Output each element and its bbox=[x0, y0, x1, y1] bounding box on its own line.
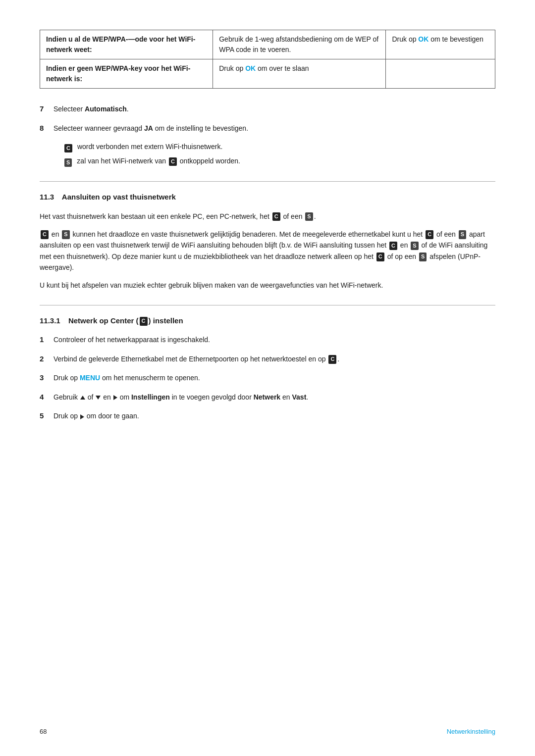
step-3: 3 Druk op MENU om het menuscherm te open… bbox=[40, 372, 495, 384]
automatisch-label: Automatisch bbox=[85, 105, 127, 113]
center-icon-4: C bbox=[41, 230, 49, 239]
bullet-s-text: zal van het WiFi-netwerk van C ontkoppel… bbox=[77, 156, 240, 166]
section-11-3-para1: Het vast thuisnetwerk kan bestaan uit ee… bbox=[40, 211, 495, 222]
step-2-number: 2 bbox=[40, 353, 54, 365]
step-3-number: 3 bbox=[40, 372, 54, 384]
table-row: Indien u al de WEP/WPA-—ode voor het WiF… bbox=[40, 30, 495, 59]
step-5-number: 5 bbox=[40, 410, 54, 422]
center-icon-2: C bbox=[169, 157, 177, 166]
arrow-down-icon bbox=[96, 396, 101, 400]
section-11-3-title: Aansluiten op vast thuisnetwerk bbox=[62, 193, 176, 201]
step-1-number: 1 bbox=[40, 334, 54, 346]
condition2-label: Indien er geen WEP/WPA-key voor het WiFi… bbox=[46, 64, 190, 83]
section-11-3-1-number: 11.3.1 bbox=[40, 316, 60, 325]
bullet-s-icon: S bbox=[63, 157, 73, 167]
step-5-content: Druk op om door te gaan. bbox=[54, 410, 495, 421]
table-cell-action2: Druk op OK om over te slaan bbox=[213, 59, 386, 89]
vast-label: Vast bbox=[292, 393, 307, 401]
steps-11-3-1: 1 Controleer of het netwerkapparaat is i… bbox=[40, 334, 495, 422]
step-3-content: Druk op MENU om het menuscherm te openen… bbox=[54, 372, 495, 383]
table-cell-result2 bbox=[386, 59, 495, 89]
step-4-number: 4 bbox=[40, 392, 54, 403]
step-4: 4 Gebruik of en om Instellingen in te vo… bbox=[40, 392, 495, 403]
center-icon-title: C bbox=[140, 317, 148, 325]
table-cell-action1: Gebruik de 1-weg afstandsbediening om de… bbox=[213, 30, 386, 59]
station-icon-6: S bbox=[419, 252, 427, 261]
station-icon-1: S bbox=[64, 158, 72, 167]
step-1-content: Controleer of het netwerkapparaat is ing… bbox=[54, 334, 495, 345]
table-cell-condition1: Indien u al de WEP/WPA-—ode voor het WiF… bbox=[40, 30, 213, 59]
page-number: 68 bbox=[40, 727, 47, 737]
section-11-3-1-heading: 11.3.1 Netwerk op Center (C) instellen bbox=[40, 315, 495, 327]
section-11-3-1-title: Netwerk op Center (C) instellen bbox=[68, 316, 183, 325]
step-8: 8 Selecteer wanneer gevraagd JA om de in… bbox=[40, 123, 495, 134]
center-icon-step2: C bbox=[328, 355, 336, 363]
wep-wpa-table: Indien u al de WEP/WPA-—ode voor het WiF… bbox=[40, 30, 495, 89]
condition1-label: Indien u al de WEP/WPA-—ode voor het WiF… bbox=[46, 35, 195, 53]
section-11-3-para3: U kunt bij het afspelen van muziek echte… bbox=[40, 280, 495, 291]
bullet-s: S zal van het WiFi-netwerk van C ontkopp… bbox=[54, 156, 495, 167]
netwerk-label: Netwerk bbox=[254, 393, 280, 401]
section-11-3-para2: C en S kunnen het draadloze en vaste thu… bbox=[40, 229, 495, 273]
bullet-c: C wordt verbonden met extern WiFi-thuisn… bbox=[54, 142, 495, 153]
station-icon-4: S bbox=[459, 230, 466, 239]
arrow-right-icon-2 bbox=[80, 414, 84, 419]
center-icon-3: C bbox=[272, 212, 280, 221]
step-2-content: Verbind de geleverde Ethernetkabel met d… bbox=[54, 353, 495, 364]
page-section-label: Netwerkinstelling bbox=[447, 727, 495, 737]
center-icon-5: C bbox=[426, 230, 433, 239]
step-7-number: 7 bbox=[40, 103, 54, 115]
ok-label-2: OK bbox=[245, 64, 256, 72]
ok-label-1: OK bbox=[418, 35, 428, 43]
section-11-3-number: 11.3 bbox=[40, 193, 54, 201]
step-7-content: Selecteer Automatisch. bbox=[54, 103, 495, 114]
station-icon-3: S bbox=[62, 230, 69, 239]
center-icon-7: C bbox=[376, 252, 384, 261]
page-content: Indien u al de WEP/WPA-—ode voor het WiF… bbox=[40, 30, 495, 422]
instellingen-label: Instellingen bbox=[131, 393, 170, 401]
station-icon-5: S bbox=[411, 242, 418, 250]
divider-2 bbox=[40, 305, 495, 305]
section-11-3-heading: 11.3 Aansluiten op vast thuisnetwerk bbox=[40, 192, 495, 203]
bullet-c-icon: C bbox=[63, 143, 73, 153]
step-4-content: Gebruik of en om Instellingen in te voeg… bbox=[54, 392, 495, 403]
menu-label: MENU bbox=[80, 374, 100, 382]
step-8-number: 8 bbox=[40, 123, 54, 134]
table-cell-condition2: Indien er geen WEP/WPA-key voor het WiFi… bbox=[40, 59, 213, 89]
center-icon-1: C bbox=[64, 144, 72, 152]
bullet-list: C wordt verbonden met extern WiFi-thuisn… bbox=[40, 142, 495, 167]
step-1: 1 Controleer of het netwerkapparaat is i… bbox=[40, 334, 495, 346]
step-6-table: Indien u al de WEP/WPA-—ode voor het WiF… bbox=[40, 30, 495, 89]
bullet-c-text: wordt verbonden met extern WiFi-thuisnet… bbox=[77, 142, 222, 152]
arrow-right-icon-1 bbox=[113, 395, 117, 400]
step-7: 7 Selecteer Automatisch. bbox=[40, 103, 495, 115]
arrow-up-icon bbox=[80, 396, 85, 400]
page-footer: 68 Netwerkinstelling bbox=[40, 727, 495, 737]
step-2: 2 Verbind de geleverde Ethernetkabel met… bbox=[40, 353, 495, 365]
step-5: 5 Druk op om door te gaan. bbox=[40, 410, 495, 422]
step-8-content: Selecteer wanneer gevraagd JA om de inst… bbox=[54, 123, 495, 134]
divider-1 bbox=[40, 181, 495, 182]
center-icon-6: C bbox=[389, 242, 397, 250]
ja-label: JA bbox=[144, 124, 153, 132]
table-cell-result1: Druk op OK om te bevestigen bbox=[386, 30, 495, 59]
table-row: Indien er geen WEP/WPA-key voor het WiFi… bbox=[40, 59, 495, 89]
station-icon-2: S bbox=[305, 212, 313, 221]
